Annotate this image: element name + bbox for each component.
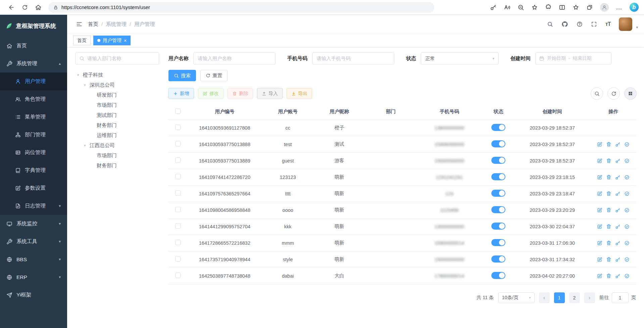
- row-checkbox[interactable]: [175, 273, 181, 278]
- fullscreen-icon[interactable]: [591, 21, 597, 27]
- import-button[interactable]: 导入: [257, 88, 283, 99]
- sidebar-item-menu-mgmt[interactable]: 菜单管理: [0, 108, 67, 126]
- sidebar-item-role-mgmt[interactable]: 角色管理: [0, 90, 67, 108]
- sidebar-item-log-mgmt[interactable]: 日志管理 ▾: [0, 197, 67, 215]
- row-edit-icon[interactable]: [597, 142, 602, 147]
- tab-user-mgmt[interactable]: 用户管理 ×: [93, 36, 131, 45]
- tab-home[interactable]: 首页: [73, 36, 91, 45]
- user-avatar[interactable]: [619, 17, 632, 31]
- status-toggle[interactable]: [491, 223, 505, 230]
- tree-node[interactable]: ▾江西总公司: [75, 140, 159, 150]
- add-button[interactable]: 新增: [168, 88, 194, 99]
- row-delete-icon[interactable]: [606, 142, 611, 147]
- search-button[interactable]: 搜索: [168, 70, 196, 81]
- toggle-search-button[interactable]: [591, 87, 603, 100]
- row-checkbox[interactable]: [175, 256, 181, 262]
- select-all-checkbox[interactable]: [175, 108, 181, 114]
- status-toggle[interactable]: [491, 190, 505, 197]
- favorites-icon[interactable]: [573, 4, 579, 11]
- status-toggle[interactable]: [491, 173, 505, 180]
- tree-node[interactable]: ▾深圳总公司: [75, 80, 159, 90]
- goto-page-input[interactable]: [612, 292, 629, 303]
- row-assign-role-icon[interactable]: [624, 207, 630, 213]
- row-delete-icon[interactable]: [606, 257, 611, 262]
- delete-button[interactable]: 删除: [228, 88, 253, 99]
- extensions-icon[interactable]: [545, 4, 552, 11]
- status-toggle[interactable]: [491, 140, 505, 147]
- prev-page-button[interactable]: ‹: [539, 292, 550, 303]
- phone-input[interactable]: [312, 52, 394, 64]
- row-assign-role-icon[interactable]: [624, 175, 630, 180]
- row-checkbox[interactable]: [175, 240, 181, 245]
- row-delete-icon[interactable]: [606, 224, 611, 229]
- row-delete-icon[interactable]: [606, 207, 611, 213]
- tree-node[interactable]: 运维部门: [75, 130, 159, 140]
- sidebar-item-yi-framework[interactable]: Yi框架: [0, 286, 67, 304]
- page-2-button[interactable]: 2: [569, 292, 580, 303]
- sidebar-item-system[interactable]: 系统管理 ▴: [0, 55, 67, 73]
- read-aloud-icon[interactable]: [504, 4, 510, 11]
- status-select[interactable]: 正常 ▾: [421, 52, 499, 64]
- export-button[interactable]: 导出: [287, 88, 312, 99]
- browser-profile-avatar[interactable]: [600, 3, 609, 12]
- page-size-select[interactable]: 10条/页 ▾: [498, 292, 535, 303]
- row-checkbox[interactable]: [175, 223, 181, 229]
- tree-node[interactable]: ▾橙子科技: [75, 70, 159, 80]
- row-assign-role-icon[interactable]: [624, 142, 630, 147]
- column-settings-button[interactable]: [624, 87, 637, 100]
- row-reset-password-icon[interactable]: [615, 191, 621, 196]
- row-assign-role-icon[interactable]: [624, 240, 630, 246]
- username-input[interactable]: [193, 52, 276, 64]
- font-size-icon[interactable]: тT: [605, 21, 611, 27]
- row-checkbox[interactable]: [175, 190, 181, 196]
- row-reset-password-icon[interactable]: [615, 142, 621, 147]
- row-edit-icon[interactable]: [597, 224, 602, 229]
- row-assign-role-icon[interactable]: [624, 273, 630, 279]
- row-edit-icon[interactable]: [597, 191, 602, 196]
- row-delete-icon[interactable]: [606, 273, 611, 279]
- row-reset-password-icon[interactable]: [615, 158, 621, 163]
- row-assign-role-icon[interactable]: [624, 158, 630, 163]
- sidebar-item-dept-mgmt[interactable]: 部门管理: [0, 126, 67, 144]
- sidebar-fold-icon[interactable]: [73, 18, 85, 30]
- date-range-picker[interactable]: 开始日期 - 结束日期: [535, 52, 611, 64]
- collections-icon[interactable]: [586, 4, 593, 11]
- row-assign-role-icon[interactable]: [624, 191, 630, 196]
- sidebar-item-monitor[interactable]: 系统监控 ▾: [0, 215, 67, 233]
- row-delete-icon[interactable]: [606, 240, 611, 246]
- search-icon[interactable]: [547, 21, 553, 27]
- row-reset-password-icon[interactable]: [615, 240, 621, 246]
- address-bar[interactable]: https://ccnetcore.com:1101/system/user: [48, 2, 434, 13]
- sidebar-item-bbs[interactable]: BBS ▾: [0, 250, 67, 268]
- password-key-icon[interactable]: [490, 4, 497, 11]
- sidebar-item-param-settings[interactable]: 参数设置: [0, 179, 67, 197]
- close-icon[interactable]: ×: [124, 38, 127, 43]
- row-edit-icon[interactable]: [597, 273, 602, 279]
- sidebar-item-user-mgmt[interactable]: 用户管理: [0, 73, 67, 90]
- sidebar-item-dict-mgmt[interactable]: 字典管理: [0, 161, 67, 179]
- breadcrumb-home[interactable]: 首页: [88, 21, 98, 28]
- github-icon[interactable]: [561, 21, 568, 28]
- browser-back-button[interactable]: [5, 1, 17, 13]
- page-1-button[interactable]: 1: [554, 292, 565, 303]
- row-reset-password-icon[interactable]: [615, 207, 621, 213]
- tree-node[interactable]: 财务部门: [75, 120, 159, 130]
- row-delete-icon[interactable]: [606, 175, 611, 180]
- reset-button[interactable]: 重置: [200, 70, 228, 81]
- sidebar-item-erp[interactable]: ERP ▾: [0, 268, 67, 286]
- browser-home-button[interactable]: [32, 1, 44, 13]
- row-checkbox[interactable]: [175, 125, 181, 130]
- row-checkbox[interactable]: [175, 141, 181, 146]
- sidebar-item-post-mgmt[interactable]: 岗位管理: [0, 144, 67, 161]
- row-assign-role-icon[interactable]: [624, 257, 630, 262]
- caret-down-icon[interactable]: ▾: [77, 73, 81, 77]
- tree-node[interactable]: 测试部门: [75, 110, 159, 120]
- add-favorite-icon[interactable]: [531, 4, 538, 11]
- browser-more-icon[interactable]: …: [616, 4, 623, 11]
- status-toggle[interactable]: [491, 255, 505, 263]
- question-icon[interactable]: [577, 21, 583, 27]
- dept-search-input[interactable]: [87, 56, 155, 61]
- status-toggle[interactable]: [491, 124, 505, 131]
- sidebar-item-tools[interactable]: 系统工具 ▾: [0, 233, 67, 250]
- status-toggle[interactable]: [491, 272, 505, 279]
